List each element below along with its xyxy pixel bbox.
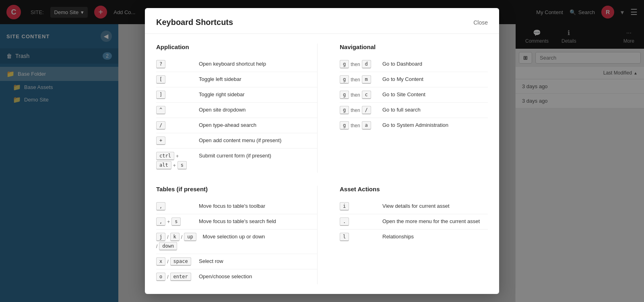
- shortcut-row: g then / Go to full search: [340, 103, 488, 118]
- key-group: g then d: [340, 60, 376, 68]
- shortcut-row: o / enter Open/choose selection: [156, 269, 317, 284]
- shortcut-desc: Open type-ahead search: [199, 121, 317, 128]
- kbd: down: [159, 242, 177, 250]
- kbd: g: [340, 106, 349, 114]
- kbd: c: [362, 91, 371, 99]
- key-sep: then: [351, 92, 360, 98]
- shortcut-row: ctrl + alt + s Submit current form (if p…: [156, 149, 317, 173]
- kbd: up: [184, 233, 196, 241]
- key-group: ,: [156, 202, 192, 211]
- shortcut-desc: Open/choose selection: [199, 273, 317, 279]
- key-group: g then c: [340, 91, 376, 99]
- kbd: m: [362, 75, 371, 84]
- shortcut-desc: Go to System Administration: [382, 121, 488, 128]
- kbd: .: [340, 217, 349, 226]
- key-group: i: [340, 202, 376, 211]
- shortcut-row: , + s Move focus to table's search field: [156, 214, 317, 230]
- kbd: ctrl: [156, 152, 174, 160]
- key-group: ctrl + alt + s: [156, 152, 192, 170]
- key-group: g then m: [340, 75, 376, 84]
- navigational-title: Navigational: [340, 43, 488, 50]
- shortcut-desc: Toggle right sidebar: [199, 91, 317, 97]
- kbd: [: [156, 75, 165, 84]
- kbd: x: [156, 257, 165, 266]
- key-group: [: [156, 75, 192, 84]
- key-group: /: [156, 121, 192, 130]
- keyboard-shortcuts-modal: Keyboard Shortcuts Close Application ? O…: [145, 8, 499, 294]
- shortcut-desc: Move selection up or down: [203, 233, 317, 240]
- section-divider: [317, 186, 318, 284]
- kbd: i: [340, 202, 349, 211]
- kbd: s: [171, 217, 181, 226]
- modal-header: Keyboard Shortcuts Close: [145, 8, 499, 34]
- modal-overlay[interactable]: Keyboard Shortcuts Close Application ? O…: [0, 0, 644, 302]
- kbd: d: [362, 60, 371, 68]
- modal-body: Application ? Open keyboard shortcut hel…: [145, 34, 499, 294]
- kbd: ?: [156, 60, 165, 68]
- shortcut-row: g then a Go to System Administration: [340, 118, 488, 133]
- shortcut-desc: Move focus to table's search field: [199, 217, 317, 224]
- asset-actions-title: Asset Actions: [340, 186, 488, 192]
- shortcut-desc: Go to Site Content: [382, 91, 488, 97]
- shortcut-desc: View details for current asset: [382, 202, 488, 209]
- shortcut-desc: Open keyboard shortcut help: [199, 60, 317, 67]
- kbd: ,: [156, 202, 165, 211]
- key-group: g then /: [340, 106, 376, 114]
- key-group: ]: [156, 91, 192, 99]
- kbd: g: [340, 60, 349, 68]
- kbd: k: [170, 233, 180, 241]
- modal-title: Keyboard Shortcuts: [156, 18, 233, 27]
- bottom-sections: Tables (if present) , Move focus to tabl…: [156, 186, 488, 284]
- kbd: +: [156, 137, 165, 145]
- key-group: g then a: [340, 121, 376, 130]
- application-section: Application ? Open keyboard shortcut hel…: [156, 43, 317, 173]
- kbd: /: [362, 106, 371, 114]
- kbd: s: [178, 161, 187, 170]
- key-group: l: [340, 233, 376, 241]
- shortcut-row: [ Toggle left sidebar: [156, 72, 317, 87]
- kbd: ^: [156, 106, 165, 114]
- shortcut-desc: Submit current form (if present): [199, 152, 317, 159]
- key-group: +: [156, 137, 192, 145]
- key-sep: then: [351, 62, 360, 67]
- key-group: j / k / up / down: [156, 233, 196, 250]
- key-group: o / enter: [156, 273, 192, 281]
- key-group: , + s: [156, 217, 192, 226]
- kbd: enter: [170, 273, 191, 281]
- shortcut-row: , Move focus to table's toolbar: [156, 199, 317, 214]
- key-group: .: [340, 217, 376, 226]
- shortcut-row: j / k / up / down Move selection u: [156, 230, 317, 254]
- key-sep: then: [351, 77, 360, 83]
- kbd: a: [362, 121, 371, 130]
- kbd: o: [156, 273, 165, 281]
- shortcut-row: ? Open keyboard shortcut help: [156, 57, 317, 72]
- shortcut-row: g then m Go to My Content: [340, 72, 488, 87]
- shortcut-desc: Open add content menu (if present): [199, 137, 317, 143]
- shortcut-desc: Open site dropdown: [199, 106, 317, 113]
- shortcut-row: g then c Go to Site Content: [340, 87, 488, 103]
- section-divider: [317, 43, 318, 173]
- kbd: g: [340, 121, 349, 130]
- key-sep: then: [351, 123, 360, 128]
- modal-close-button[interactable]: Close: [473, 19, 488, 26]
- shortcut-row: ^ Open site dropdown: [156, 103, 317, 118]
- shortcut-row: l Relationships: [340, 230, 488, 244]
- shortcut-desc: Toggle left sidebar: [199, 75, 317, 82]
- tables-section: Tables (if present) , Move focus to tabl…: [156, 186, 317, 284]
- shortcut-row: . Open the more menu for the current ass…: [340, 214, 488, 230]
- shortcut-desc: Go to full search: [382, 106, 488, 113]
- key-group: x / space: [156, 257, 192, 266]
- shortcut-desc: Go to Dashboard: [382, 60, 488, 67]
- key-group: ^: [156, 106, 192, 114]
- navigational-section: Navigational g then d Go to Dashboard g …: [327, 43, 488, 173]
- shortcut-row: ] Toggle right sidebar: [156, 87, 317, 103]
- shortcut-desc: Go to My Content: [382, 75, 488, 82]
- key-group: ?: [156, 60, 192, 68]
- shortcut-row: + Open add content menu (if present): [156, 133, 317, 149]
- shortcut-row: / Open type-ahead search: [156, 118, 317, 133]
- kbd: j: [156, 233, 165, 241]
- shortcut-row: g then d Go to Dashboard: [340, 57, 488, 72]
- kbd: /: [156, 121, 165, 130]
- kbd: ,: [156, 217, 165, 226]
- shortcut-desc: Relationships: [382, 233, 488, 240]
